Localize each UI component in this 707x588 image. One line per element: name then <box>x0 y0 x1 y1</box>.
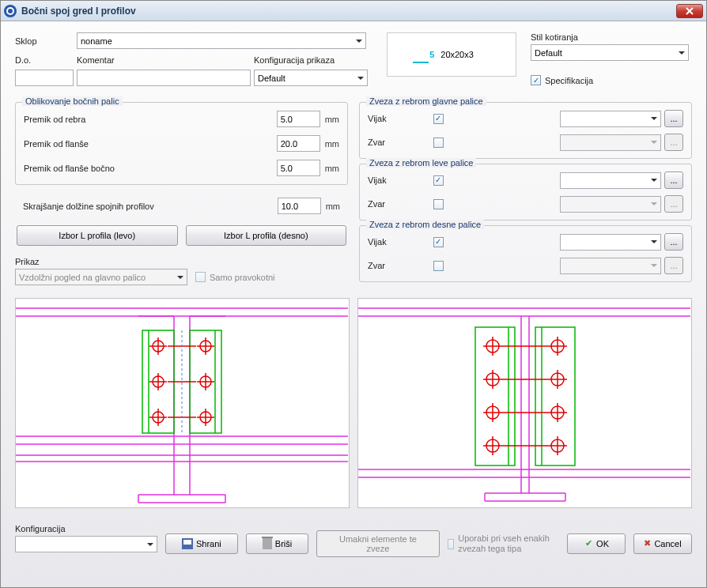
leve-vijak-label: Vijak <box>368 175 422 185</box>
app-icon <box>4 5 17 17</box>
window-title: Bočni spoj gred I profilov <box>21 6 676 17</box>
komentar-input[interactable] <box>77 70 251 86</box>
konf-prikaza-label: Konfiguracija prikaza <box>254 55 335 65</box>
desne-vijak-more[interactable]: ... <box>664 233 683 251</box>
chevron-down-icon <box>177 276 183 279</box>
desne-vijak-combo[interactable] <box>560 234 661 251</box>
desne-zvar-check[interactable] <box>433 261 444 271</box>
glavne-vijak-check[interactable] <box>433 114 444 124</box>
titlebar: Bočni spoj gred I profilov <box>1 1 706 21</box>
cancel-button[interactable]: ✖Cancel <box>633 533 692 554</box>
flanse-input[interactable] <box>277 135 320 152</box>
chevron-down-icon <box>651 264 657 267</box>
desne-vijak-label: Vijak <box>368 237 422 247</box>
stil-value: Default <box>535 48 562 58</box>
leve-vijak-check[interactable] <box>433 175 444 186</box>
chevron-down-icon <box>356 40 362 43</box>
skrajsanje-label: Skrajšanje dolžine spojnih profilov <box>23 202 278 211</box>
conn-glavne-legend: Zveza z rebrom glavne palice <box>366 96 486 106</box>
chevron-down-icon <box>651 141 657 144</box>
konf-combo[interactable] <box>15 536 157 552</box>
glavne-vijak-label: Vijak <box>368 114 422 123</box>
glavne-zvar-check[interactable] <box>433 138 444 148</box>
leve-vijak-more[interactable]: ... <box>664 172 683 189</box>
leve-zvar-label: Zvar <box>368 199 422 209</box>
flanse-bocno-input[interactable] <box>277 160 320 176</box>
leve-zvar-combo <box>560 196 661 213</box>
glavne-zvar-label: Zvar <box>368 138 422 147</box>
profile-count: 5 <box>429 50 434 59</box>
save-icon <box>182 538 193 549</box>
prikaz-value: Vzdolžni pogled na glavno palico <box>19 273 146 282</box>
chevron-down-icon <box>651 117 657 120</box>
desne-vijak-check[interactable] <box>433 237 444 247</box>
konf-prikaza-combo[interactable]: Default <box>254 70 368 86</box>
pravokotni-label: Samo pravokotni <box>210 273 275 282</box>
conn-leve-group: Zveza z rebrom leve palice Vijak ... Zva… <box>359 164 692 220</box>
desne-zvar-more: ... <box>664 257 683 274</box>
konf-label: Konfiguracija <box>15 524 157 533</box>
do-input[interactable] <box>15 70 74 86</box>
ok-icon: ✔ <box>584 538 593 549</box>
prikaz-combo: Vzdolžni pogled na glavno palico <box>15 269 187 285</box>
izbor-levo-button[interactable]: Izbor L profila (levo) <box>17 225 178 246</box>
umakni-button: Umakni elemente te zveze <box>316 530 439 557</box>
flanse-bocno-unit: mm <box>325 164 339 173</box>
close-button[interactable] <box>676 4 703 18</box>
sklop-combo[interactable]: noname <box>77 32 366 49</box>
leve-zvar-more: ... <box>664 195 683 213</box>
preview-left <box>15 298 350 508</box>
oblikovanje-group: Oblikovanje bočnih palic Premik od rebra… <box>15 102 348 185</box>
uporabi-check <box>448 539 455 549</box>
flanse-label: Premik od flanše <box>24 139 277 149</box>
desne-zvar-combo <box>560 258 661 274</box>
trash-icon <box>263 538 272 549</box>
izbor-desno-button[interactable]: Izbor L profila (desno) <box>186 225 347 246</box>
conn-desne-legend: Zveza z rebrom desne palice <box>366 220 484 229</box>
specifikacija-label: Specifikacija <box>545 76 593 85</box>
prikaz-label: Prikaz <box>15 257 348 266</box>
komentar-label: Komentar <box>77 55 254 65</box>
profile-size: 20x20x3 <box>440 50 474 59</box>
stil-combo[interactable]: Default <box>531 44 689 61</box>
profile-info: 5 20x20x3 <box>387 32 516 77</box>
conn-glavne-group: Zveza z rebrom glavne palice Vijak ... Z… <box>359 102 692 159</box>
chevron-down-icon <box>147 543 153 546</box>
rebra-label: Premik od rebra <box>24 115 277 124</box>
glavne-vijak-combo[interactable] <box>560 111 661 127</box>
rebra-unit: mm <box>325 115 339 124</box>
cancel-icon: ✖ <box>644 538 651 549</box>
save-button[interactable]: Shrani <box>165 533 238 554</box>
glavne-zvar-combo <box>560 134 661 151</box>
skrajsanje-unit: mm <box>326 202 340 211</box>
flanse-bocno-label: Premik od flanše bočno <box>24 164 277 173</box>
stil-label: Stil kotiranja <box>531 32 692 42</box>
flanse-unit: mm <box>325 139 339 149</box>
glavne-zvar-more: ... <box>664 134 683 151</box>
chevron-down-icon <box>651 179 657 182</box>
delete-button[interactable]: Briši <box>246 533 308 554</box>
chevron-down-icon <box>651 202 657 205</box>
sklop-value: noname <box>81 36 112 46</box>
pravokotni-check <box>195 272 206 282</box>
chevron-down-icon <box>679 51 685 55</box>
skrajsanje-input[interactable] <box>278 198 321 214</box>
specifikacija-check[interactable] <box>531 75 541 85</box>
glavne-vijak-more[interactable]: ... <box>664 110 683 127</box>
leve-zvar-check[interactable] <box>433 199 444 209</box>
uporabi-label: Uporabi pri vseh enakih zvezah tega tipa <box>458 533 551 554</box>
rebra-input[interactable] <box>277 111 320 127</box>
conn-leve-legend: Zveza z rebrom leve palice <box>366 158 476 168</box>
ok-button[interactable]: ✔OK <box>567 533 626 554</box>
preview-right <box>357 298 692 508</box>
chevron-down-icon <box>651 240 657 243</box>
konf-prikaza-value: Default <box>258 74 285 83</box>
do-label: D.o. <box>15 55 77 65</box>
oblikovanje-legend: Oblikovanje bočnih palic <box>22 96 123 106</box>
sklop-label: Sklop <box>15 36 77 46</box>
conn-desne-group: Zveza z rebrom desne palice Vijak ... Zv… <box>359 225 692 282</box>
leve-vijak-combo[interactable] <box>560 172 661 189</box>
chevron-down-icon <box>357 77 364 80</box>
desne-zvar-label: Zvar <box>368 261 422 270</box>
